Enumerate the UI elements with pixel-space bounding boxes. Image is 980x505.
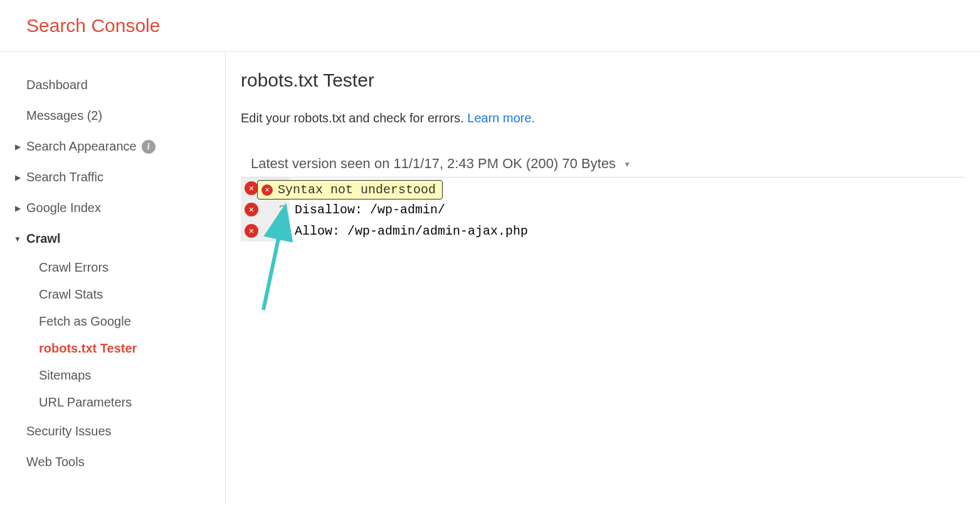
sidebar-sub-sitemaps[interactable]: Sitemaps	[0, 362, 225, 389]
code-line[interactable]: Disallow: /wp-admin/	[295, 199, 965, 220]
caret-down-icon: ▼	[13, 235, 23, 243]
sidebar-item-label: Web Tools	[26, 455, 85, 469]
sidebar-item-label: Sitemaps	[39, 368, 91, 382]
sidebar-item-messages[interactable]: Messages (2)	[0, 100, 225, 131]
sidebar-item-label: Fetch as Google	[39, 314, 131, 328]
chevron-down-icon: ▼	[623, 160, 631, 169]
gutter-row: ✕ 2	[241, 199, 290, 220]
sidebar-item-google-index[interactable]: ▶ Google Index	[0, 193, 225, 223]
sidebar-item-label: Search Traffic	[26, 170, 103, 184]
learn-more-link[interactable]: Learn more.	[467, 111, 535, 125]
sidebar: Dashboard Messages (2) ▶ Search Appearan…	[0, 52, 226, 504]
error-icon[interactable]: ✕	[245, 203, 258, 216]
sidebar-item-label: Crawl Stats	[39, 287, 103, 301]
sidebar-sub-crawl-errors[interactable]: Crawl Errors	[0, 254, 225, 281]
sidebar-item-label: URL Parameters	[39, 395, 132, 409]
sidebar-sub-fetch-as-google[interactable]: Fetch as Google	[0, 308, 225, 335]
sidebar-item-label: Dashboard	[26, 78, 88, 92]
app-header: Search Console	[0, 0, 980, 52]
subtitle-text: Edit your robots.txt and check for error…	[241, 111, 467, 125]
main-container: Dashboard Messages (2) ▶ Search Appearan…	[0, 52, 980, 504]
sidebar-item-search-traffic[interactable]: ▶ Search Traffic	[0, 162, 225, 193]
sidebar-item-crawl[interactable]: ▼ Crawl	[0, 223, 225, 254]
error-icon: ✕	[261, 184, 273, 196]
subtitle: Edit your robots.txt and check for error…	[241, 111, 965, 125]
sidebar-item-label: Crawl Errors	[39, 260, 108, 274]
line-number: 2	[265, 203, 286, 217]
syntax-error-tooltip: ✕ Syntax not understood	[257, 180, 443, 199]
version-text: Latest version seen on 11/1/17, 2:43 PM …	[251, 156, 616, 171]
error-icon[interactable]: ✕	[245, 224, 258, 238]
sidebar-item-label: robots.txt Tester	[39, 341, 137, 355]
error-icon[interactable]: ✕	[245, 181, 258, 195]
main-content: robots.txt Tester Edit your robots.txt a…	[226, 52, 980, 504]
sidebar-item-web-tools[interactable]: Web Tools	[0, 447, 225, 477]
info-icon[interactable]: i	[142, 140, 155, 154]
sidebar-sub-url-parameters[interactable]: URL Parameters	[0, 389, 225, 416]
page-title: robots.txt Tester	[241, 70, 965, 91]
version-dropdown[interactable]: Latest version seen on 11/1/17, 2:43 PM …	[241, 151, 965, 178]
sidebar-sub-crawl-stats[interactable]: Crawl Stats	[0, 281, 225, 308]
tooltip-text: Syntax not understood	[278, 183, 436, 197]
gutter-row: ✕ 3	[241, 220, 290, 242]
app-title: Search Console	[26, 15, 954, 36]
sidebar-item-dashboard[interactable]: Dashboard	[0, 70, 225, 100]
caret-right-icon: ▶	[13, 173, 23, 182]
line-number: 3	[265, 224, 286, 238]
sidebar-item-label: Messages (2)	[26, 109, 102, 123]
sidebar-sub-robots-tester[interactable]: robots.txt Tester	[0, 335, 225, 362]
sidebar-item-label: Search Appearance	[26, 139, 137, 154]
sidebar-item-security-issues[interactable]: Security Issues	[0, 416, 225, 447]
sidebar-item-search-appearance[interactable]: ▶ Search Appearance i	[0, 131, 225, 162]
sidebar-item-label: Crawl	[26, 231, 60, 246]
caret-right-icon: ▶	[13, 204, 23, 213]
sidebar-item-label: Google Index	[26, 201, 101, 215]
caret-right-icon: ▶	[13, 142, 23, 151]
code-line[interactable]: Allow: /wp-admin/admin-ajax.php	[295, 220, 965, 242]
sidebar-item-label: Security Issues	[26, 424, 112, 439]
